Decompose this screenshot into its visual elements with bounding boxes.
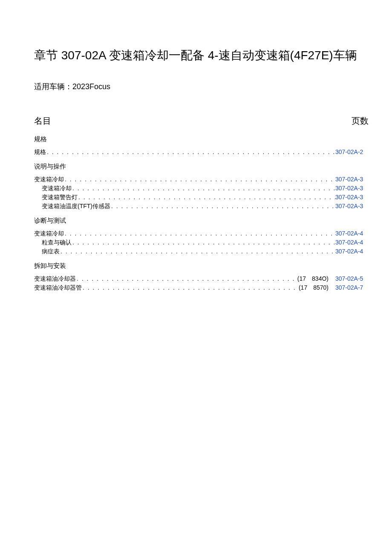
toc-dots xyxy=(78,193,335,202)
toc-dots xyxy=(72,184,335,193)
toc-code: (17 834O) xyxy=(297,274,335,283)
toc-line: 变速箱警告灯 307-02A-3 xyxy=(34,193,369,202)
toc-header-left: 名目 xyxy=(34,115,51,127)
section-heading: 诊断与测试 xyxy=(34,217,369,225)
toc-page-link[interactable]: 307-02A-5 xyxy=(335,274,369,283)
toc-line: 规格 307-02A-2 xyxy=(34,148,369,157)
toc-body: 规格规格 307-02A-2说明与操作变速箱冷却 307-02A-3变速箱冷却 … xyxy=(34,135,369,292)
section-heading: 拆卸与安装 xyxy=(34,262,369,270)
toc-page-link[interactable]: 307-02A-3 xyxy=(335,193,369,202)
toc-line: 变速箱冷却 307-02A-3 xyxy=(34,184,369,193)
toc-dots xyxy=(64,175,335,184)
toc-dots xyxy=(64,229,335,238)
toc-page-link[interactable]: 307-02A-2 xyxy=(335,148,369,157)
toc-label: 变速箱警告灯 xyxy=(42,193,78,202)
toc-dots xyxy=(60,247,335,256)
toc-label: 变速箱冷却 xyxy=(34,229,64,238)
toc-dots xyxy=(76,274,297,283)
toc-header-right: 页数 xyxy=(352,115,369,127)
toc-label: 变速箱油温度(TFT)传感器 xyxy=(42,202,110,211)
toc-line: 变速箱油冷却器 (17 834O)307-02A-5 xyxy=(34,274,369,283)
toc-line: 粒查与确认 307-02A-4 xyxy=(34,238,369,247)
toc-line: 变速箱冷却 307-02A-4 xyxy=(34,229,369,238)
toc-page-link[interactable]: 307-02A-4 xyxy=(335,229,369,238)
toc-line: 病症表 307-02A-4 xyxy=(34,247,369,256)
toc-label: 粒查与确认 xyxy=(42,238,72,247)
toc-label: 规格 xyxy=(34,148,46,157)
section-heading: 说明与操作 xyxy=(34,163,369,171)
document-subtitle: 适用车辆：2023Focus xyxy=(34,81,369,92)
toc-line: 变速箱冷却 307-02A-3 xyxy=(34,175,369,184)
toc-page-link[interactable]: 307-02A-3 xyxy=(335,202,369,211)
toc-dots xyxy=(110,202,335,211)
toc-label: 变速箱油冷却器 xyxy=(34,274,76,283)
toc-label: 变速箱油冷却器管 xyxy=(34,283,82,292)
toc-page-link[interactable]: 307-02A-3 xyxy=(335,184,369,193)
toc-dots xyxy=(82,283,299,292)
toc-dots xyxy=(46,148,335,157)
toc-label: 病症表 xyxy=(42,247,60,256)
section-heading: 规格 xyxy=(34,135,369,143)
document-title: 章节 307-02A 变速箱冷却一配备 4-速自动变速箱(4F27E)车辆 xyxy=(34,47,369,64)
toc-dots xyxy=(72,238,335,247)
toc-line: 变速箱油冷却器管 (17 8570)307-02A-7 xyxy=(34,283,369,292)
toc-label: 变速箱冷却 xyxy=(42,184,72,193)
toc-code: (17 8570) xyxy=(299,283,335,292)
toc-label: 变速箱冷却 xyxy=(34,175,64,184)
toc-header: 名目 页数 xyxy=(34,115,369,127)
toc-page-link[interactable]: 307-02A-7 xyxy=(335,283,369,292)
toc-line: 变速箱油温度(TFT)传感器 307-02A-3 xyxy=(34,202,369,211)
toc-page-link[interactable]: 307-02A-3 xyxy=(335,175,369,184)
toc-page-link[interactable]: 307-02A-4 xyxy=(335,238,369,247)
toc-page-link[interactable]: 307-02A-4 xyxy=(335,247,369,256)
